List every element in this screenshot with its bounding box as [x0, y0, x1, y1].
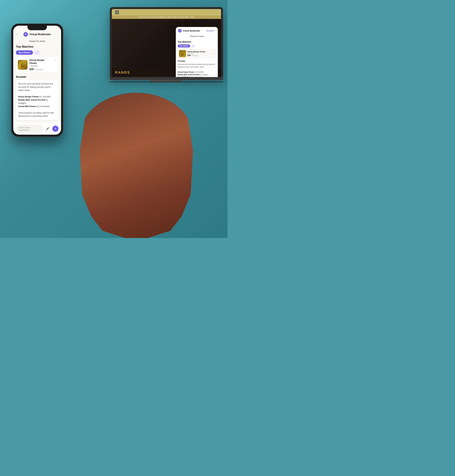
vb-title: Virtual Budtender — [183, 30, 200, 32]
vb-tab-other[interactable] — [191, 44, 195, 48]
vb-product-name: Donny Burger Flower — [187, 51, 211, 53]
laptop-mockup: 🌿 5% OFF ALL ONLINE ORDERS. OPEN FOR PIC… — [110, 7, 223, 82]
input-bar: Ask for more suggestions 🎤 ➤ — [13, 123, 61, 135]
product-card[interactable]: Donny Burger Flower 710LABS $30 3.5 gram… — [16, 57, 58, 72]
vb-query-display: Flower for sleep — [176, 34, 218, 39]
tab-other[interactable] — [34, 50, 40, 55]
svg-point-4 — [21, 63, 23, 65]
vb-favorite-button[interactable]: ♡ — [213, 53, 215, 55]
vb-widget: Virtual Budtender by jointly ∨ Flower fo… — [176, 27, 218, 77]
vb-top-matches-title: Top Matches — [178, 40, 216, 43]
favorite-button[interactable]: ♡ — [54, 59, 57, 62]
product-brand: 710LABS — [29, 65, 52, 67]
vb-app-icon — [178, 29, 182, 32]
product-image — [18, 60, 27, 70]
vb-answer-section: Answer Here are some top flower products… — [178, 60, 216, 77]
svg-point-7 — [22, 62, 23, 63]
scene: ‹ Virtual Budtender Flower for sleep — [0, 0, 228, 238]
laptop-screen: 🌿 5% OFF ALL ONLINE ORDERS. OPEN FOR PIC… — [112, 9, 221, 77]
app-title: Virtual Budtender — [29, 33, 51, 36]
product-details: Donny Burger Flower 710LABS $30 3.5 gram… — [29, 59, 52, 71]
mic-icon: 🎤 — [46, 127, 49, 130]
answer-title: Answer — [16, 75, 58, 79]
product-name: Donny Burger Flower — [29, 59, 52, 64]
vb-product-brand: 710LABS — [187, 53, 211, 54]
search-input[interactable]: Ask for more suggestions — [16, 125, 43, 133]
budtender-app-icon — [24, 32, 28, 37]
svg-text:🌿: 🌿 — [116, 11, 118, 13]
mic-button[interactable]: 🎤 — [45, 126, 51, 132]
send-icon: ➤ — [55, 127, 57, 130]
laptop-frame: 🌿 5% OFF ALL ONLINE ORDERS. OPEN FOR PIC… — [110, 7, 223, 77]
phone-mockup: ‹ Virtual Budtender Flower for sleep — [11, 24, 66, 136]
vb-product-card[interactable]: Donny Burger Flower 710LABS $30 3.5 gram… — [178, 49, 216, 58]
product-price: $30 3.5 grams — [29, 68, 52, 71]
tab-best-match[interactable]: Best Match — [16, 50, 33, 55]
vb-product-price: $30 3.5 grams — [187, 54, 211, 56]
vb-tabs: Best Match — [178, 44, 216, 48]
svg-point-23 — [182, 52, 183, 53]
query-display: Flower for sleep — [13, 39, 61, 45]
vb-widget-header: Virtual Budtender by jointly ∨ — [176, 27, 218, 34]
site-logo: 🌿 — [115, 10, 119, 14]
phone-main-content: Top Matches Best Match — [13, 45, 61, 122]
svg-point-5 — [23, 64, 24, 65]
promo-bar: 5% OFF ALL ONLINE ORDERS. OPEN FOR PICKU… — [112, 16, 221, 19]
send-button[interactable]: ➤ — [52, 126, 58, 132]
laptop-main-content: RANDS PAPA & BARKLE... — [112, 19, 221, 77]
phone-device: ‹ Virtual Budtender Flower for sleep — [11, 24, 63, 136]
chevron-down-icon[interactable]: ∨ — [214, 30, 216, 32]
vb-jointly-label: by jointly — [206, 30, 213, 32]
svg-point-18 — [179, 30, 180, 31]
top-matches-title: Top Matches — [16, 45, 58, 48]
answer-content: Here are some top flower products that a… — [16, 80, 58, 120]
vb-content: Top Matches Best Match — [176, 39, 218, 77]
laptop-bottom — [110, 81, 223, 82]
svg-point-0 — [25, 33, 26, 34]
answer-section: Answer Here are some top flower products… — [16, 75, 58, 120]
laptop-stand — [150, 80, 183, 81]
vb-product-details: Donny Burger Flower 710LABS $30 3.5 gram… — [187, 51, 211, 56]
vb-tab-best-match[interactable]: Best Match — [178, 44, 190, 48]
vb-answer-text: Here are some top flower products that a… — [178, 63, 216, 77]
phone-screen: ‹ Virtual Budtender Flower for sleep — [13, 26, 61, 135]
product-tabs: Best Match — [16, 50, 58, 55]
back-button[interactable]: ‹ — [16, 32, 17, 36]
answer-text: Here are some top flower products that a… — [18, 82, 56, 118]
header-content: Virtual Budtender — [24, 32, 51, 37]
phone-notch — [27, 26, 47, 30]
laptop-base — [110, 77, 223, 80]
vb-header-left: Virtual Budtender — [178, 29, 200, 32]
laptop-device: 🌿 5% OFF ALL ONLINE ORDERS. OPEN FOR PIC… — [110, 7, 223, 82]
vb-answer-title: Answer — [178, 60, 216, 62]
vb-product-image — [179, 50, 186, 57]
website-header: 🌿 — [112, 9, 221, 16]
hand-decoration — [80, 93, 193, 238]
